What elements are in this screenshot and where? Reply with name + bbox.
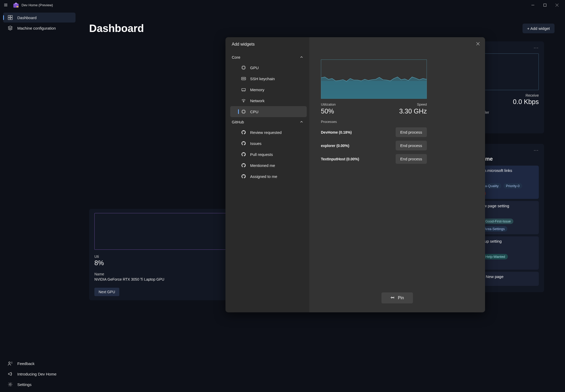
widget-group-github[interactable]: GitHub — [230, 117, 307, 127]
svg-point-15 — [9, 362, 10, 363]
sidebar-item-machine-configuration[interactable]: Machine configuration — [3, 23, 76, 33]
sidebar: DashboardMachine configuration FeedbackI… — [0, 10, 79, 392]
feedback-icon — [8, 361, 13, 366]
github-icon — [241, 152, 246, 157]
gpu-widget: Uti 8% Name NVIDIA GeForce RTX 3050 Ti L… — [89, 209, 241, 300]
page-title: Dashboard — [89, 23, 144, 34]
widget-option-cpu[interactable]: CPU — [230, 106, 307, 117]
gear-icon — [8, 382, 13, 387]
window-minimize[interactable] — [527, 1, 539, 9]
chip-icon — [241, 109, 246, 114]
window-close[interactable] — [551, 1, 563, 9]
key-icon — [241, 76, 246, 81]
svg-marker-4 — [14, 2, 18, 4]
app-title: Dev Home (Preview) — [21, 3, 53, 7]
github-icon — [241, 163, 246, 168]
widget-option-label: SSH keychain — [250, 77, 275, 81]
widget-option-label: GPU — [250, 66, 259, 70]
end-process-button[interactable]: End process — [396, 154, 427, 164]
gpu-util-label: Uti — [94, 254, 236, 259]
svg-point-37 — [243, 101, 244, 102]
megaphone-icon — [8, 372, 13, 376]
github-icon — [241, 130, 246, 135]
svg-point-31 — [244, 78, 245, 79]
github-icon — [241, 141, 246, 146]
next-gpu-button[interactable]: Next GPU — [94, 288, 119, 296]
widget-option-review-requested[interactable]: Review requested — [230, 127, 307, 138]
widget-more-icon[interactable]: ··· — [534, 148, 539, 153]
svg-rect-7 — [544, 4, 546, 6]
issue-tag: Help-Wanted — [483, 254, 508, 259]
sidebar-item-label: Machine configuration — [17, 26, 56, 30]
widget-group-core[interactable]: Core — [230, 52, 307, 62]
network-receive-label: Receive — [513, 93, 539, 97]
svg-rect-32 — [242, 89, 245, 91]
dashboard-icon — [8, 15, 13, 20]
add-widget-button[interactable]: + Add widget — [523, 24, 555, 33]
processes-label: Processes — [321, 120, 473, 124]
widget-option-gpu[interactable]: GPU — [230, 62, 307, 73]
widget-option-ssh-keychain[interactable]: SSH keychain — [230, 73, 307, 84]
svg-rect-19 — [242, 66, 245, 69]
chevron-up-icon — [300, 55, 303, 59]
util-value: 50% — [321, 107, 336, 115]
svg-rect-12 — [8, 18, 10, 20]
widget-option-network[interactable]: Network — [230, 95, 307, 106]
modal-title: Add widgets — [230, 42, 307, 47]
svg-rect-5 — [17, 6, 18, 7]
sidebar-item-dashboard[interactable]: Dashboard — [3, 13, 76, 23]
pin-icon — [390, 295, 395, 301]
sidebar-item-label: Dashboard — [17, 15, 36, 20]
issue-tag: Area-Settings — [481, 226, 507, 232]
gpu-name-value: NVIDIA GeForce RTX 3050 Ti Laptop GPU — [94, 277, 236, 281]
sidebar-item-introducing-dev-home[interactable]: Introducing Dev Home — [3, 369, 76, 379]
github-icon — [241, 174, 246, 179]
issue-tag: Good-First-Issue — [483, 219, 513, 224]
widget-option-label: Assigned to me — [250, 174, 277, 179]
sidebar-item-label: Feedback — [17, 361, 35, 366]
process-name: explorer (0.00%) — [321, 144, 349, 148]
close-icon[interactable] — [475, 40, 481, 47]
cpu-chart — [321, 59, 427, 99]
widget-option-label: Mentioned me — [250, 163, 275, 168]
process-name: DevHome (0.18%) — [321, 130, 352, 134]
app-icon — [13, 2, 19, 8]
pin-button[interactable]: Pin — [381, 292, 413, 303]
svg-rect-10 — [8, 15, 10, 17]
svg-marker-14 — [8, 26, 12, 28]
chip-icon — [241, 65, 246, 70]
widget-option-issues[interactable]: Issues — [230, 138, 307, 149]
svg-rect-38 — [242, 110, 245, 113]
svg-rect-13 — [10, 18, 12, 20]
titlebar: Dev Home (Preview) — [0, 0, 565, 10]
gpu-chart-box — [94, 213, 236, 250]
main: Dashboard + Add widget Uti 8% Name NVIDI… — [79, 10, 565, 392]
network-icon — [241, 98, 246, 103]
stack-icon — [8, 26, 13, 30]
hamburger-menu[interactable] — [2, 1, 9, 9]
chevron-up-icon — [300, 120, 303, 124]
process-row: DevHome (0.18%)End process — [321, 127, 427, 137]
widget-option-label: CPU — [250, 110, 259, 114]
widget-option-pull-requests[interactable]: Pull requests — [230, 149, 307, 160]
issue-tag: Priority-0 — [503, 183, 522, 189]
sidebar-item-feedback[interactable]: Feedback — [3, 358, 76, 368]
widget-option-label: Review requested — [250, 130, 282, 135]
widget-option-mentioned-me[interactable]: Mentioned me — [230, 160, 307, 171]
end-process-button[interactable]: End process — [396, 141, 427, 150]
speed-label: Speed — [399, 102, 427, 106]
window-maximize[interactable] — [539, 1, 551, 9]
sidebar-item-label: Settings — [17, 382, 31, 387]
end-process-button[interactable]: End process — [396, 127, 427, 137]
widget-more-icon[interactable]: ··· — [534, 46, 539, 50]
gpu-util-value: 8% — [94, 259, 236, 267]
widget-option-memory[interactable]: Memory — [230, 84, 307, 95]
sidebar-item-settings[interactable]: Settings — [3, 379, 76, 389]
pin-label: Pin — [398, 296, 404, 300]
util-label: Utilization — [321, 102, 336, 106]
widget-option-assigned-to-me[interactable]: Assigned to me — [230, 171, 307, 182]
svg-point-18 — [9, 384, 11, 385]
speed-value: 3.30 GHz — [399, 107, 427, 115]
widget-option-label: Pull requests — [250, 152, 273, 157]
svg-rect-11 — [10, 15, 12, 17]
